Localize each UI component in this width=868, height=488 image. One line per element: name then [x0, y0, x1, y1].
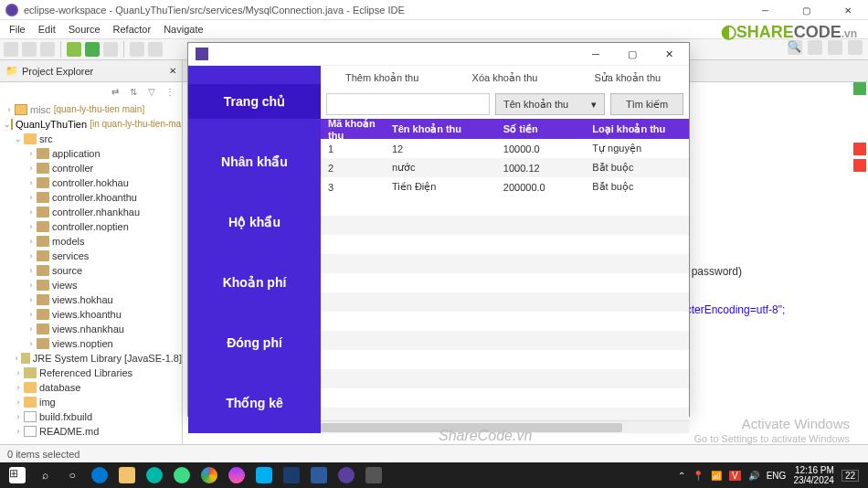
toolbar-right-icons: 🔍 [788, 40, 863, 55]
menu-navigate[interactable]: Navigate [158, 22, 208, 37]
editor-markers [852, 82, 868, 172]
tb-ext-icon[interactable] [130, 42, 144, 57]
tb-new-icon[interactable] [4, 42, 18, 57]
task-search-icon[interactable]: ⌕ [31, 462, 58, 488]
search-button[interactable]: Tìm kiếm [610, 93, 683, 115]
delete-button[interactable]: Xóa khoản thu [443, 66, 566, 90]
app-maximize-button[interactable]: ▢ [614, 43, 651, 65]
tb-nav-icon[interactable] [148, 42, 163, 57]
tree-package[interactable]: ›application [0, 146, 182, 161]
task-messenger-icon[interactable] [223, 462, 250, 488]
tree-item[interactable]: ›build.fxbuild [0, 409, 182, 424]
task-app-icon[interactable] [360, 462, 387, 488]
task-explorer-icon[interactable] [113, 462, 141, 488]
table-row[interactable]: 11210000.0Tự nguyện [321, 139, 689, 158]
system-tray[interactable]: ⌃ 📍 📶 V 🔊 ENG 12:16 PM 23/4/2024 22 [678, 465, 864, 485]
horiz-scrollbar[interactable] [321, 420, 689, 433]
tree-item[interactable]: ›README.md [0, 424, 182, 439]
menu-edit[interactable]: Edit [33, 22, 61, 37]
tree-item[interactable]: ›database [0, 380, 182, 395]
menu-icon[interactable]: ⋮ [164, 85, 176, 98]
tree-package[interactable]: ›services [0, 249, 182, 263]
tree-item[interactable]: ›img [0, 395, 182, 409]
tb-debug-icon[interactable] [67, 42, 81, 57]
sidebar-item-khoanphi[interactable]: Khoản phí [188, 265, 321, 300]
sidebar-item-nhankhau[interactable]: Nhân khẩu [188, 144, 321, 179]
tree-package[interactable]: ›controller.hokhau [0, 175, 182, 190]
tree-item[interactable]: ›Referenced Libraries [0, 366, 182, 380]
explorer-toolbar: ⇄ ⇅ ▽ ⋮ [0, 82, 182, 101]
search-icon[interactable]: 🔍 [788, 40, 802, 55]
tray-chevron-up-icon[interactable]: ⌃ [678, 471, 685, 481]
tb-run-icon[interactable] [85, 42, 100, 57]
marker-green [853, 82, 866, 95]
menu-file[interactable]: File [4, 22, 31, 37]
app-icon [196, 48, 208, 60]
tree-package[interactable]: ›source [0, 263, 182, 278]
explorer-tab[interactable]: 📁 Project Explorer ✕ [0, 60, 182, 82]
filter-icon[interactable]: ▽ [145, 85, 158, 98]
link-icon[interactable]: ⇅ [127, 85, 140, 98]
tray-location-icon[interactable]: 📍 [693, 471, 704, 481]
main-content: Thêm khoản thu Xóa khoản thu Sửa khoản t… [321, 66, 689, 433]
tray-wifi-icon[interactable]: 📶 [711, 471, 722, 481]
tree-package[interactable]: ›controller.khoanthu [0, 190, 182, 205]
task-eclipse-icon[interactable] [333, 462, 360, 488]
table-header: Mã khoản thu Tên khoản thu Số tiền Loại … [321, 119, 689, 139]
app-minimize-button[interactable]: ─ [577, 43, 614, 65]
tree-package[interactable]: ›views.nhankhau [0, 322, 182, 336]
tb-save-icon[interactable] [22, 42, 37, 57]
tree-package[interactable]: ›models [0, 234, 182, 249]
task-app-icon[interactable] [278, 462, 305, 488]
sidebar: Trang chủ Nhân khẩu Hộ khẩu Khoản phí Đó… [188, 66, 321, 433]
task-app-icon[interactable] [168, 462, 196, 488]
maximize-button[interactable]: ▢ [786, 0, 827, 20]
task-start-icon[interactable]: ⊞ [4, 462, 31, 488]
edit-button[interactable]: Sửa khoản thu [566, 66, 689, 90]
close-button[interactable]: ✕ [827, 0, 868, 20]
table-row[interactable]: 3Tiền Điện200000.0Bắt buộc [321, 177, 689, 196]
tray-speaker-icon[interactable]: 🔊 [748, 471, 759, 481]
filter-select[interactable]: Tên khoản thu▾ [495, 93, 605, 115]
perspective-java-icon[interactable] [828, 40, 842, 55]
sidebar-item-thongke[interactable]: Thống kê [188, 386, 321, 420]
task-app-icon[interactable] [141, 462, 168, 488]
search-input[interactable] [326, 93, 490, 115]
tb-saveall-icon[interactable] [40, 42, 55, 57]
windows-taskbar: ⊞ ⌕ ○ ⌃ 📍 📶 V 🔊 ENG 12:16 PM 23/4/2024 2… [0, 462, 868, 488]
tree-package[interactable]: ›controller.nhankhau [0, 205, 182, 219]
tray-lang[interactable]: ENG [767, 471, 787, 481]
menu-refactor[interactable]: Refactor [108, 22, 157, 37]
tree-package[interactable]: ›views.khoanthu [0, 307, 182, 322]
tb-coverage-icon[interactable] [103, 42, 118, 57]
project-tree[interactable]: ›misc [quan-ly-thu-tien main] ⌄QuanLyThu… [0, 101, 182, 464]
tree-item[interactable]: ›JRE System Library [JavaSE-1.8] [0, 351, 182, 366]
perspective-icon[interactable] [808, 40, 822, 55]
menu-source[interactable]: Source [63, 22, 106, 37]
tree-package[interactable]: ›views.noptien [0, 336, 182, 351]
app-close-button[interactable]: ✕ [651, 43, 687, 65]
task-skype-icon[interactable] [250, 462, 278, 488]
tree-package[interactable]: ›controller.noptien [0, 219, 182, 234]
table-row[interactable]: 2nước1000.12Bắt buộc [321, 158, 689, 177]
collapse-icon[interactable]: ⇄ [109, 85, 122, 98]
tray-v-icon[interactable]: V [729, 471, 741, 481]
add-button[interactable]: Thêm khoản thu [321, 66, 443, 90]
task-edge-icon[interactable] [86, 462, 113, 488]
task-cortana-icon[interactable]: ○ [58, 462, 86, 488]
tree-package[interactable]: ›views.hokhau [0, 292, 182, 307]
tree-package[interactable]: ›controller [0, 161, 182, 175]
data-table[interactable]: Mã khoản thu Tên khoản thu Số tiền Loại … [321, 119, 689, 433]
sidebar-item-hokhau[interactable]: Hộ khẩu [188, 205, 321, 239]
sidebar-item-dongphi[interactable]: Đóng phí [188, 325, 321, 360]
tray-clock[interactable]: 12:16 PM 23/4/2024 [793, 465, 834, 485]
tray-notif-icon[interactable]: 22 [842, 470, 859, 482]
task-chrome-icon[interactable] [196, 462, 223, 488]
perspective-debug-icon[interactable] [848, 40, 863, 55]
eclipse-menubar: File Edit Source Refactor Navigate [0, 20, 868, 38]
task-app-icon[interactable] [305, 462, 333, 488]
activate-windows-watermark: Activate Windows Go to Settings to activ… [693, 417, 850, 446]
sidebar-item-home[interactable]: Trang chủ [188, 84, 321, 119]
minimize-button[interactable]: ─ [745, 0, 786, 20]
tree-package[interactable]: ›views [0, 278, 182, 292]
